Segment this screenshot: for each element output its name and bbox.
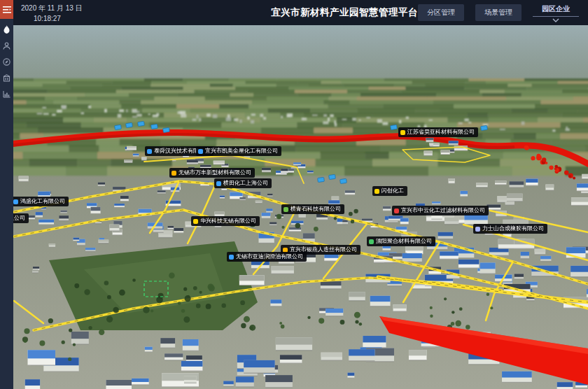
company-label-text: 横田化工上海公司 (223, 181, 268, 186)
company-label-text: 宜兴市凯美金星化工有限公司 (205, 148, 278, 154)
user-icon[interactable] (0, 41, 13, 51)
company-label[interactable]: 江苏省昊亚科材料有限公司 (398, 127, 478, 137)
page-title: 宜兴市新材料产业园智慧管理平台 (271, 0, 418, 25)
company-label-text: 闪创化工 (382, 188, 404, 194)
company-marker-icon (216, 181, 221, 186)
blue-vehicle-marker (481, 125, 488, 130)
company-marker-icon (193, 219, 198, 224)
blue-vehicle-marker (340, 178, 347, 183)
company-label[interactable]: 宜兴市凯美金星化工有限公司 (196, 146, 281, 156)
company-label-text: 宜兴市中云化工过滤材料有限公司 (401, 208, 485, 213)
company-label-text: 漂阳聚合材料有限公司 (376, 239, 432, 244)
company-label-text: 横青石科技有限公司 (290, 206, 341, 212)
company-label-text: 华兴科技无锡有限公司 (200, 218, 256, 224)
compass-icon[interactable] (0, 57, 13, 67)
park-enterprise-dropdown-label: 园区企业 (533, 4, 579, 17)
company-marker-icon (475, 227, 480, 232)
app-window: 泰舜汉兴技术有限公司宜兴市凯美金星化工有限公司无锡市万丰新型材料有限公司横田化工… (0, 0, 588, 389)
company-label-text: 江苏省昊亚科材料有限公司 (407, 129, 475, 135)
park-enterprise-dropdown[interactable]: 园区企业 (533, 4, 579, 23)
scene-management-button[interactable]: 场景管理 (475, 4, 522, 21)
company-label[interactable]: 无锡市万丰新型材料有限公司 (169, 168, 255, 178)
company-marker-icon (374, 189, 379, 194)
blue-vehicle-marker (138, 121, 145, 126)
company-label-text: 力士山合成橡胶有限公司 (482, 226, 544, 232)
company-label-text: 鸿盛化工有限公司 (20, 199, 65, 204)
company-label[interactable]: 宜兴市中云化工过滤材料有限公司 (392, 206, 489, 215)
time-text: 10:18:27 (34, 13, 83, 24)
company-label-text: 无锡市亚迪润滑油有限公司 (236, 254, 303, 260)
flame-icon[interactable] (0, 24, 13, 35)
company-marker-icon (284, 207, 288, 212)
company-marker-icon (13, 199, 18, 204)
menu-icon[interactable] (0, 0, 13, 19)
blue-vehicle-marker (126, 122, 133, 127)
top-header: 2020 年 11 月 13 日 10:18:27 宜兴市新材料产业园智慧管理平… (0, 0, 588, 25)
company-label[interactable]: 漂阳聚合材料有限公司 (367, 236, 435, 246)
company-label[interactable]: 横田化工上海公司 (214, 178, 272, 188)
company-label[interactable]: 无锡市亚迪润滑油有限公司 (227, 252, 307, 262)
company-label-text: 无锡市万丰新型材料有限公司 (178, 170, 251, 176)
chevron-down-icon (533, 17, 579, 23)
company-marker-icon (369, 239, 374, 244)
blue-vehicle-marker (151, 124, 158, 129)
datetime-display: 2020 年 11 月 13 日 10:18:27 (21, 3, 83, 24)
map-3d-view[interactable] (0, 0, 588, 389)
zone-management-button[interactable]: 分区管理 (418, 4, 464, 21)
company-label[interactable]: 鸿盛化工有限公司 (11, 197, 69, 206)
company-marker-icon (229, 255, 234, 260)
company-label[interactable]: 横青石科技有限公司 (281, 204, 344, 214)
company-marker-icon (147, 149, 152, 154)
date-text: 2020 年 11 月 13 日 (21, 3, 83, 13)
company-label[interactable]: 力士山合成橡胶有限公司 (473, 224, 547, 234)
blue-vehicle-marker (329, 174, 336, 179)
blue-vehicle-marker (318, 177, 325, 182)
company-marker-icon (198, 149, 203, 154)
company-marker-icon (172, 171, 176, 176)
left-sidebar (0, 0, 13, 389)
company-marker-icon (394, 208, 399, 213)
company-label[interactable]: 华兴科技无锡有限公司 (191, 216, 260, 226)
bar-chart-icon[interactable] (0, 89, 13, 99)
building-icon[interactable] (0, 73, 13, 83)
blue-vehicle-marker (163, 127, 170, 132)
blue-vehicle-marker (115, 125, 122, 129)
company-marker-icon (400, 130, 405, 135)
blue-vehicle-marker (391, 125, 398, 129)
company-label[interactable]: 闪创化工 (372, 186, 407, 196)
